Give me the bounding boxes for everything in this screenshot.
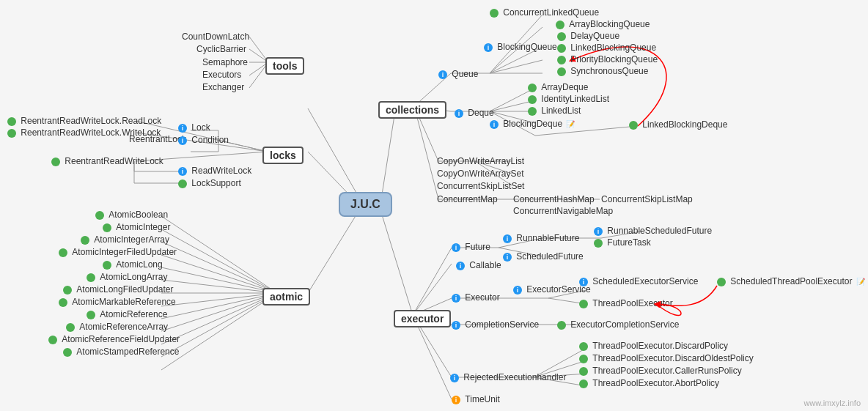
svg-line-30 xyxy=(161,293,277,319)
node-future: i Future xyxy=(452,242,490,252)
node-scheduledfuture: i ScheduledFuture xyxy=(503,251,584,262)
node-scheduledexecutorservice: i ScheduledExecutorService xyxy=(579,276,698,286)
green-icon xyxy=(59,248,67,257)
info-icon: i xyxy=(450,374,459,382)
svg-line-22 xyxy=(161,216,277,293)
node-semaphore: Semaphore xyxy=(202,57,248,67)
svg-line-80 xyxy=(413,315,452,399)
node-identitylinkedlist: IdentityLinkedList xyxy=(528,94,609,104)
node-executor: i Executor xyxy=(452,292,500,303)
svg-line-65 xyxy=(413,264,452,315)
green-icon xyxy=(579,300,588,308)
svg-line-24 xyxy=(161,242,277,293)
node-blockingqueue: i BlockingQueue xyxy=(484,42,557,52)
node-priorityblockingqueue: PriorityBlockingQueue xyxy=(557,54,658,64)
green-icon xyxy=(557,321,566,330)
node-blockingdeque: i BlockingDeque 📝 xyxy=(490,119,575,129)
node-concurrentnavigablemap: ConcurrentNavigableMap xyxy=(513,206,613,216)
green-icon xyxy=(103,223,111,232)
node-concurrenthashmap: ConcurrentHashMap xyxy=(513,194,595,204)
info-icon: i xyxy=(594,227,603,236)
svg-line-29 xyxy=(161,293,277,306)
node-atomicreferencearray: AtomicReferenceArray xyxy=(66,322,168,332)
green-icon xyxy=(528,95,537,104)
green-icon xyxy=(59,298,67,307)
node-completionservice: i CompletionService xyxy=(452,319,539,330)
green-icon xyxy=(629,121,638,130)
section-locks: locks xyxy=(262,147,304,164)
node-exchanger: Exchanger xyxy=(202,82,244,92)
center-node: J.U.C xyxy=(339,192,392,217)
green-icon xyxy=(557,32,566,41)
node-queue: i Queue xyxy=(438,69,478,79)
green-icon xyxy=(579,379,588,388)
svg-line-26 xyxy=(161,267,277,293)
info-icon: i xyxy=(503,253,512,262)
info-icon: i xyxy=(484,43,493,52)
node-atomicintegerfiledupdater: AtomicIntegerFiledUpdater xyxy=(59,247,177,257)
green-icon xyxy=(103,261,111,270)
node-linkedblockingqueue: LinkedBlockingQueue xyxy=(557,42,656,53)
info-icon: i xyxy=(178,124,187,133)
node-futuretask: FutureTask xyxy=(594,237,651,248)
green-icon xyxy=(48,336,57,344)
svg-line-3 xyxy=(381,106,396,199)
node-atomiclongarray: AtomicLongArray xyxy=(87,272,167,282)
info-icon: i xyxy=(490,120,499,129)
green-icon xyxy=(95,211,104,220)
svg-line-25 xyxy=(161,255,277,293)
info-icon: i xyxy=(503,234,512,243)
green-icon xyxy=(87,311,95,319)
node-discardoldestpolicy: ThreadPoolExecutor.DiscardOldestPolicy xyxy=(579,353,754,363)
node-synchronousqueue: SynchronousQueue xyxy=(557,66,648,76)
node-timeunit: i TimeUnit xyxy=(452,394,500,404)
info-icon: i xyxy=(513,286,522,295)
node-executors: Executors xyxy=(202,70,241,80)
node-scheduledthreadpoolexecutor: ScheduledThreadPoolExecutor 📝 xyxy=(717,276,865,286)
green-icon xyxy=(557,44,566,53)
node-atomiclong: AtomicLong xyxy=(103,259,163,270)
info-icon: i xyxy=(452,321,460,330)
green-icon xyxy=(717,278,726,286)
green-icon xyxy=(63,348,72,357)
node-callerrunspolicy: ThreadPoolExecutor.CallerRunsPolicy xyxy=(579,366,742,376)
node-readlock: ReentrantReadWriteLock.ReadLock xyxy=(7,116,161,126)
svg-line-55 xyxy=(414,106,438,199)
info-icon: i xyxy=(438,70,447,79)
info-icon: i xyxy=(452,294,460,303)
green-icon xyxy=(557,56,566,64)
node-delayqueue: DelayQueue xyxy=(557,31,619,41)
node-copyonwritearrayset: CopyOnWriteArraySet xyxy=(437,169,523,179)
node-atomicmarkablereference: AtomicMarkableReference xyxy=(59,297,176,307)
node-executorcompletionservice: ExecutorCompletionService xyxy=(557,319,679,330)
watermark: www.imxylz.info xyxy=(803,399,861,407)
node-linkedlist: LinkedList xyxy=(528,105,581,116)
green-icon xyxy=(557,67,566,76)
node-deque: i Deque xyxy=(455,108,494,118)
node-rejectedexecutionhandler: i RejectedExecutionhandler xyxy=(450,372,566,382)
green-icon xyxy=(528,107,537,116)
green-icon xyxy=(579,355,588,363)
info-icon: i xyxy=(579,278,588,286)
svg-line-34 xyxy=(161,293,277,370)
node-cyclicbarrier: CyclicBarrier xyxy=(196,44,246,54)
svg-line-40 xyxy=(490,60,542,73)
node-linkedblockingdeque: LinkedBlockingDeque xyxy=(629,119,727,130)
svg-line-4 xyxy=(381,212,413,315)
node-discardpolicy: ThreadPoolExecutor.DiscardPolicy xyxy=(579,341,728,351)
section-executor: executor xyxy=(394,310,451,327)
node-arrayblockingqueue: ArrayBlockingQueue xyxy=(556,19,650,29)
green-icon xyxy=(51,158,60,166)
info-icon: i xyxy=(455,109,463,118)
green-icon xyxy=(178,179,187,188)
node-condition: i Condition xyxy=(178,135,229,145)
node-atomicboolean: AtomicBoolean xyxy=(95,210,168,220)
node-callable: i Callable xyxy=(456,260,501,270)
info-icon: i xyxy=(456,262,465,270)
node-atomicstampedreference: AtomicStampedReference xyxy=(63,347,179,357)
svg-line-31 xyxy=(161,293,277,331)
green-icon xyxy=(81,236,89,245)
node-countdownlatch: CountDownLatch xyxy=(182,32,249,42)
node-concurrentmap: ConcurrentMap xyxy=(437,194,498,204)
node-atomicintegerarray: AtomicIntegerArray xyxy=(81,234,169,245)
